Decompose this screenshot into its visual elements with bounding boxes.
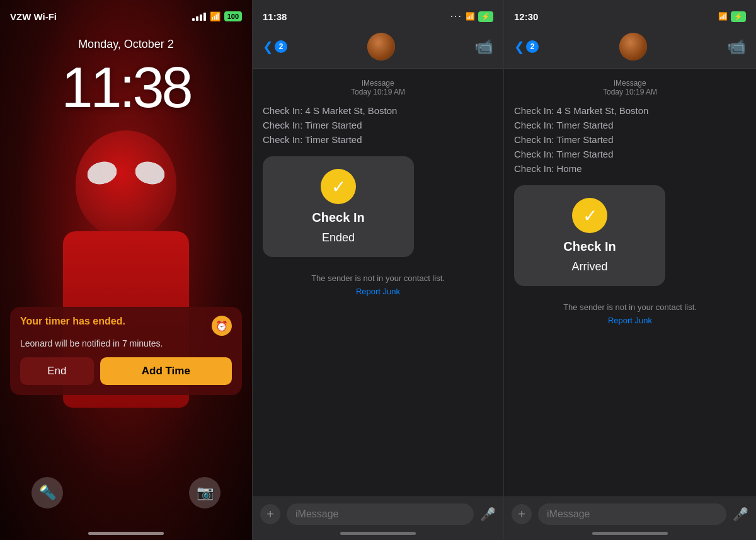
home-indicator-msg1: [340, 532, 416, 535]
back-count-badge-2: 2: [526, 40, 539, 53]
timer-notif-title: Your timer has ended.: [20, 316, 125, 327]
msg-nav-bar-1: ❮ 2 📹: [253, 28, 503, 69]
msg-source-1: iMessage: [362, 79, 394, 88]
msg-line2-5: Check In: Home: [514, 163, 746, 174]
contact-avatar-2[interactable]: [619, 33, 647, 60]
msg-line-3: Check In: Timer Started: [263, 134, 493, 145]
msg-line2-2: Check In: Timer Started: [514, 120, 746, 130]
signal-bar-4: [203, 13, 206, 21]
lock-time: 11:38: [0, 55, 252, 120]
carrier-label: VZW Wi-Fi: [10, 11, 57, 22]
spiderman-head: [76, 130, 176, 238]
facetime-button-2[interactable]: 📹: [727, 38, 746, 55]
flashlight-icon[interactable]: 🔦: [32, 477, 63, 508]
facetime-button-1[interactable]: 📹: [474, 38, 493, 55]
report-junk-1[interactable]: Report Junk: [263, 287, 493, 296]
lock-bottom-bar: 🔦 📷: [0, 477, 252, 508]
msg-time-2: Today 10:19 AM: [603, 88, 657, 96]
msg-status-right-1: ··· 📶 ⚡: [450, 11, 493, 22]
msg-timestamp-1: iMessage Today 10:19 AM: [263, 79, 493, 96]
back-button-1[interactable]: ❮ 2: [263, 39, 287, 54]
add-time-button[interactable]: Add Time: [100, 357, 232, 385]
contact-center-2: [619, 33, 647, 60]
timer-icon: ⏰: [212, 316, 232, 336]
wifi-icon: 📶: [210, 11, 220, 21]
back-button-2[interactable]: ❮ 2: [514, 39, 539, 54]
msg-line2-1: Check In: 4 S Market St, Boston: [514, 105, 746, 116]
check-in-card-arrived: ✓ Check In Arrived: [514, 185, 665, 286]
check-circle-arrived: ✓: [572, 198, 607, 233]
spiderman-eye-left: [84, 158, 119, 187]
msg-status-time-1: 11:38: [263, 11, 287, 22]
spiderman-eye-right: [132, 158, 167, 187]
chevron-left-icon-2: ❮: [514, 39, 525, 54]
plus-button-1[interactable]: +: [260, 504, 280, 524]
timer-notif-header: Your timer has ended. ⏰: [20, 316, 232, 336]
chevron-left-icon: ❮: [263, 39, 273, 54]
msg-body-1: iMessage Today 10:19 AM Check In: 4 S Ma…: [253, 69, 503, 497]
timer-buttons: End Add Time: [20, 357, 232, 385]
home-indicator: [88, 532, 164, 535]
signal-bars: [192, 13, 206, 21]
check-circle-ended: ✓: [321, 169, 356, 204]
timer-notif-body: Leonard will be notified in 7 minutes.: [20, 338, 232, 348]
msg-status-time-2: 12:30: [514, 11, 538, 22]
avatar-inner-2: [619, 33, 647, 60]
msg-status-bar-2: 12:30 📶 ⚡: [504, 0, 756, 28]
card-title-arrived: Check In: [563, 239, 616, 254]
msg-line-2: Check In: Timer Started: [263, 120, 493, 130]
lock-status-right: 📶 100: [192, 11, 242, 21]
plus-button-2[interactable]: +: [512, 504, 532, 524]
battery-label: 100: [224, 11, 242, 21]
avatar-inner-1: [367, 33, 395, 60]
lock-date: Monday, October 2: [0, 38, 252, 51]
signal-bar-3: [200, 14, 202, 21]
imessage-screen-ended: 11:38 ··· 📶 ⚡ ❮ 2 📹 iMessage Today 10:19…: [252, 0, 504, 540]
back-count-badge-1: 2: [275, 40, 287, 53]
battery-msg2: ⚡: [731, 11, 746, 22]
home-indicator-msg2: [592, 532, 668, 535]
lock-status-bar: VZW Wi-Fi 📶 100: [0, 0, 252, 28]
imessage-screen-arrived: 12:30 📶 ⚡ ❮ 2 📹 iMessage Today 10:19 AM …: [504, 0, 756, 540]
msg-nav-bar-2: ❮ 2 📹: [504, 28, 756, 69]
msg-status-right-2: 📶 ⚡: [718, 11, 746, 22]
msg-status-bar-1: 11:38 ··· 📶 ⚡: [253, 0, 503, 28]
wifi-icon-msg1: 📶: [466, 12, 475, 21]
dots-icon: ···: [450, 11, 462, 22]
msg-line2-3: Check In: Timer Started: [514, 134, 746, 145]
report-junk-2[interactable]: Report Junk: [514, 316, 746, 325]
mic-icon-2[interactable]: 🎤: [733, 507, 748, 522]
card-subtitle-arrived: Arrived: [571, 260, 607, 273]
msg-timestamp-2: iMessage Today 10:19 AM: [514, 79, 746, 96]
msg-source-2: iMessage: [614, 79, 646, 88]
sender-notice-1: The sender is not in your contact list.: [263, 273, 493, 283]
wifi-icon-msg2: 📶: [718, 12, 728, 21]
message-input-2[interactable]: [538, 503, 726, 525]
message-input-1[interactable]: [287, 503, 474, 525]
end-button[interactable]: End: [20, 357, 94, 385]
sender-notice-2: The sender is not in your contact list.: [514, 302, 746, 312]
contact-center-1: [367, 33, 395, 60]
msg-line-1: Check In: 4 S Market St, Boston: [263, 105, 493, 116]
msg-body-2: iMessage Today 10:19 AM Check In: 4 S Ma…: [504, 69, 756, 497]
battery-msg1: ⚡: [478, 11, 493, 22]
camera-icon[interactable]: 📷: [189, 477, 220, 508]
timer-notification: Your timer has ended. ⏰ Leonard will be …: [10, 307, 242, 395]
lock-screen: VZW Wi-Fi 📶 100 Monday, October 2 11:38 …: [0, 0, 252, 540]
check-in-card-ended: ✓ Check In Ended: [263, 156, 414, 257]
signal-bar-1: [192, 18, 195, 21]
card-title-ended: Check In: [312, 210, 364, 225]
mic-icon-1[interactable]: 🎤: [480, 507, 496, 522]
card-subtitle-ended: Ended: [322, 231, 355, 244]
signal-bar-2: [196, 16, 198, 21]
msg-time-1: Today 10:19 AM: [351, 88, 405, 96]
contact-avatar-1[interactable]: [367, 33, 395, 60]
msg-line2-4: Check In: Timer Started: [514, 149, 746, 159]
